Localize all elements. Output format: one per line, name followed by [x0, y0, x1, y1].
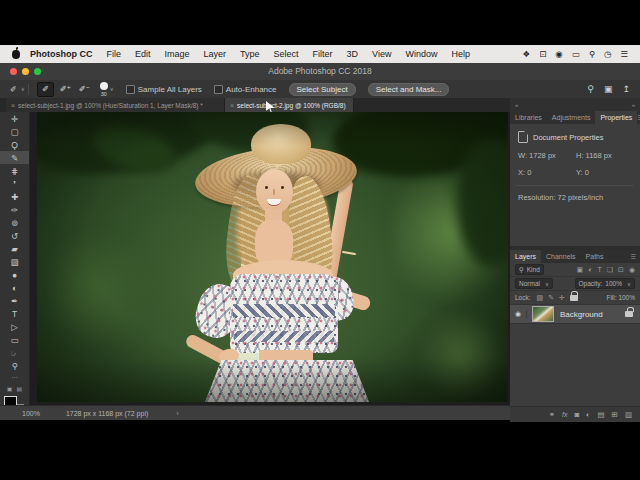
expand-panels-icon[interactable]: » — [632, 102, 635, 108]
eyedropper-tool[interactable]: ❜ — [0, 177, 29, 190]
subtract-from-selection-button[interactable]: ✐⁻ — [77, 83, 92, 96]
menu-list-icon[interactable]: ☰ — [620, 49, 628, 59]
lock-transparency-icon[interactable]: ▨ — [537, 294, 544, 302]
chevron-down-icon: ∨ — [21, 86, 25, 92]
delete-layer-icon[interactable]: ▥ — [625, 410, 632, 419]
select-and-mask-button[interactable]: Select and Mask... — [368, 83, 450, 96]
tab-properties[interactable]: Properties — [595, 111, 637, 124]
filter-kind-dropdown[interactable]: ⚲ Kind — [515, 264, 544, 275]
new-group-icon[interactable]: ▤ — [598, 410, 605, 419]
lock-all-icon[interactable] — [570, 295, 578, 301]
menu-file[interactable]: File — [107, 49, 122, 59]
edit-toolbar-button[interactable]: ⋯ — [0, 372, 29, 383]
chevron-down-icon: ∨ — [545, 281, 549, 287]
blur-tool[interactable]: ● — [0, 268, 29, 281]
quick-selection-tool[interactable]: ✎ — [0, 151, 29, 164]
layer-effects-icon[interactable]: fx — [562, 411, 567, 418]
move-tool[interactable]: ✛ — [0, 112, 29, 125]
new-layer-icon[interactable]: ⊞ — [612, 410, 618, 419]
smart-object-filter-icon[interactable]: ⊡ — [618, 266, 624, 274]
add-to-selection-button[interactable]: ✐⁺ — [58, 83, 73, 96]
adjustment-filter-icon[interactable]: ◐ — [588, 266, 592, 273]
brush-tool[interactable]: ✑ — [0, 203, 29, 216]
type-filter-icon[interactable]: T — [597, 266, 601, 273]
history-brush-tool[interactable]: ↺ — [0, 229, 29, 242]
close-icon[interactable]: × — [11, 102, 15, 109]
display-icon[interactable]: ▭ — [572, 49, 580, 59]
document-canvas[interactable] — [30, 112, 510, 405]
tab-libraries[interactable]: Libraries — [510, 111, 547, 124]
menu-layer[interactable]: Layer — [204, 49, 227, 59]
menu-filter[interactable]: Filter — [313, 49, 333, 59]
zoom-level-field[interactable]: 100% — [22, 410, 40, 417]
status-chevron-icon[interactable]: › — [176, 410, 178, 417]
rectangle-tool[interactable]: ▭ — [0, 333, 29, 346]
close-icon[interactable]: × — [230, 102, 234, 109]
hand-tool[interactable]: ☞ — [0, 346, 29, 359]
tab-adjustments[interactable]: Adjustments — [547, 111, 596, 124]
sample-all-layers-checkbox[interactable]: Sample All Layers — [126, 85, 202, 94]
tab-layers[interactable]: Layers — [510, 250, 541, 263]
tool-preset-picker[interactable]: ✐ ∨ — [7, 84, 29, 95]
layer-visibility-eye-icon[interactable]: ◉ — [510, 310, 527, 318]
link-layers-icon[interactable]: ⚭ — [549, 410, 555, 419]
layer-thumbnail[interactable] — [532, 306, 554, 322]
share-icon[interactable]: ↥ — [622, 84, 630, 94]
fill-control[interactable]: Fill: 100% — [606, 294, 635, 301]
blend-mode-dropdown[interactable]: Normal ∨ — [515, 278, 553, 289]
search-icon[interactable]: ⚲ — [587, 84, 594, 94]
menu-type[interactable]: Type — [240, 49, 260, 59]
clone-stamp-tool[interactable]: ⊚ — [0, 216, 29, 229]
screen-mode-icon[interactable]: ▤ — [17, 385, 23, 392]
apple-menu-icon[interactable] — [12, 50, 20, 59]
menu-photoshop[interactable]: Photoshop CC — [30, 49, 93, 59]
spotlight-icon[interactable]: ⚲ — [589, 49, 595, 59]
path-selection-tool[interactable]: ▷ — [0, 320, 29, 333]
dodge-tool[interactable]: ◐ — [0, 281, 29, 294]
lasso-tool[interactable]: Ϙ — [0, 138, 29, 151]
new-selection-button[interactable]: ✐ — [37, 82, 54, 97]
collapse-panels-icon[interactable]: « — [515, 102, 518, 108]
tab-paths[interactable]: Paths — [581, 250, 609, 263]
menu-view[interactable]: View — [372, 49, 391, 59]
auto-enhance-checkbox[interactable]: Auto-Enhance — [214, 85, 277, 94]
menu-3d[interactable]: 3D — [347, 49, 359, 59]
tab-select-subject-2[interactable]: × select-subject-2.jpg @ 100% (RGB/8) — [225, 98, 354, 112]
filter-toggle-icon[interactable]: ◉ — [629, 266, 635, 274]
crop-tool[interactable]: ⋕ — [0, 164, 29, 177]
layer-row-background[interactable]: ◉ Background — [510, 305, 640, 324]
chevron-down-icon[interactable]: ∨ — [110, 86, 114, 92]
tab-channels[interactable]: Channels — [541, 250, 581, 263]
record-icon[interactable]: ◉ — [555, 49, 562, 59]
chevron-down-icon: ∨ — [627, 281, 631, 287]
zoom-tool[interactable]: ⚲ — [0, 359, 29, 372]
opacity-control[interactable]: Opacity: 100% ∨ — [575, 278, 636, 289]
shape-filter-icon[interactable]: ❏ — [607, 266, 613, 274]
tab-select-subject-1[interactable]: × select-subject-1.jpg @ 100% (Hue/Satur… — [6, 98, 225, 112]
gradient-tool[interactable]: ▨ — [0, 255, 29, 268]
clock-icon[interactable]: ◷ — [604, 49, 611, 59]
brush-size-picker[interactable]: 30 — [100, 82, 108, 96]
lock-position-icon[interactable]: ✛ — [559, 294, 565, 302]
camera-icon[interactable]: ⊡ — [539, 49, 546, 59]
menu-image[interactable]: Image — [165, 49, 190, 59]
menu-help[interactable]: Help — [451, 49, 470, 59]
menu-window[interactable]: Window — [405, 49, 437, 59]
menu-select[interactable]: Select — [274, 49, 299, 59]
quick-mask-icon[interactable]: ▣ — [7, 385, 13, 392]
eraser-tool[interactable]: ▰ — [0, 242, 29, 255]
dropbox-icon[interactable]: ❖ — [523, 49, 531, 59]
menu-edit[interactable]: Edit — [135, 49, 151, 59]
marquee-tool[interactable]: ▢ — [0, 125, 29, 138]
type-tool[interactable]: T — [0, 307, 29, 320]
workspace-switcher-icon[interactable]: ▣ — [604, 84, 613, 94]
healing-brush-tool[interactable]: ✚ — [0, 190, 29, 203]
pen-tool[interactable]: ✒ — [0, 294, 29, 307]
panel-menu-icon[interactable]: ☰ — [631, 250, 640, 263]
select-subject-button[interactable]: Select Subject — [289, 83, 356, 96]
lock-pixels-icon[interactable]: ✎ — [548, 294, 554, 302]
status-bar: 100% 1728 px x 1168 px (72 ppi) › — [0, 405, 510, 420]
pixel-layer-filter-icon[interactable]: ▣ — [577, 266, 584, 274]
adjustment-layer-icon[interactable]: ◐ — [586, 410, 591, 419]
add-mask-icon[interactable]: ◙ — [574, 410, 579, 419]
